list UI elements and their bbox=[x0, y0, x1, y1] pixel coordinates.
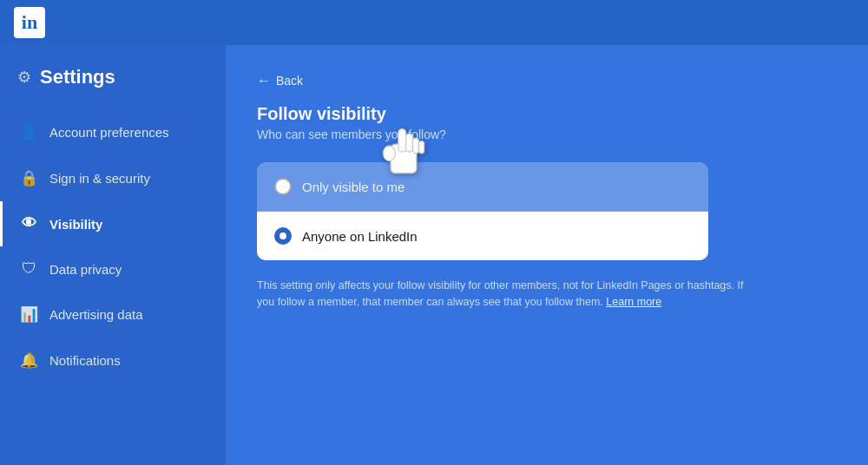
svg-rect-4 bbox=[419, 141, 424, 154]
eye-icon: 👁 bbox=[20, 215, 37, 232]
sidebar-item-label: Visibility bbox=[49, 217, 102, 232]
option-only-me-label: Only visible to me bbox=[302, 180, 404, 194]
section-subtitle: Who can see members you follow? bbox=[257, 128, 837, 141]
svg-point-5 bbox=[383, 146, 395, 161]
sidebar-item-label: Notifications bbox=[49, 353, 121, 368]
option-only-me[interactable]: Only visible to me bbox=[257, 162, 708, 211]
content-area: ← Back Follow visibility Who can see mem… bbox=[226, 45, 868, 465]
sidebar-title: ⚙ Settings bbox=[0, 66, 226, 109]
sidebar-title-text: Settings bbox=[40, 66, 115, 88]
sidebar-item-label: Account preferences bbox=[49, 125, 169, 140]
sidebar-item-data-privacy[interactable]: 🛡 Data privacy bbox=[0, 246, 226, 291]
description-body: This setting only affects your follow vi… bbox=[257, 279, 743, 308]
logo-text: in bbox=[22, 11, 37, 34]
option-anyone[interactable]: Anyone on LinkedIn bbox=[257, 212, 708, 260]
description-text: This setting only affects your follow vi… bbox=[257, 278, 752, 311]
radio-anyone[interactable] bbox=[274, 227, 292, 245]
sidebar-item-label: Sign in & security bbox=[49, 171, 150, 186]
lock-icon: 🔒 bbox=[20, 169, 37, 187]
radio-only-me[interactable] bbox=[274, 178, 292, 195]
options-card: Only visible to me Anyone on LinkedIn bbox=[257, 162, 708, 260]
linkedin-logo: in bbox=[14, 7, 45, 38]
sidebar-item-sign-security[interactable]: 🔒 Sign in & security bbox=[0, 155, 226, 201]
back-arrow-icon: ← bbox=[257, 73, 271, 88]
sidebar-item-advertising-data[interactable]: 📊 Advertising data bbox=[0, 291, 226, 337]
back-button[interactable]: ← Back bbox=[257, 73, 837, 88]
sidebar-item-account-preferences[interactable]: 👤 Account preferences bbox=[0, 109, 226, 155]
bell-icon: 🔔 bbox=[20, 351, 37, 370]
sidebar-item-visibility[interactable]: 👁 Visibility bbox=[0, 201, 226, 246]
shield-icon: 🛡 bbox=[20, 260, 37, 278]
topbar: in bbox=[0, 0, 868, 45]
option-anyone-label: Anyone on LinkedIn bbox=[302, 229, 418, 244]
settings-icon: ⚙ bbox=[17, 68, 31, 87]
sidebar-item-label: Data privacy bbox=[49, 262, 122, 277]
account-icon: 👤 bbox=[20, 123, 37, 141]
sidebar: ⚙ Settings 👤 Account preferences 🔒 Sign … bbox=[0, 45, 226, 465]
sidebar-item-label: Advertising data bbox=[49, 307, 143, 322]
main-layout: ⚙ Settings 👤 Account preferences 🔒 Sign … bbox=[0, 45, 868, 465]
sidebar-item-notifications[interactable]: 🔔 Notifications bbox=[0, 337, 226, 383]
back-label: Back bbox=[276, 74, 303, 88]
chart-icon: 📊 bbox=[20, 305, 37, 324]
section-title: Follow visibility bbox=[257, 104, 837, 124]
radio-inner-dot bbox=[279, 232, 286, 239]
learn-more-link[interactable]: Learn more bbox=[606, 296, 661, 308]
